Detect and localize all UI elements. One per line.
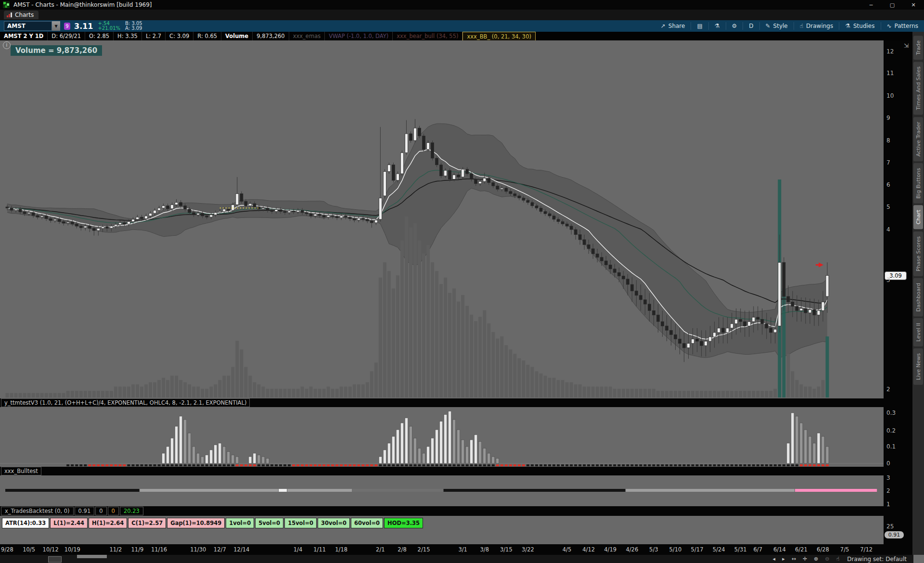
side-tab-trade[interactable]: Trade	[913, 36, 923, 60]
ttm-signal-dash	[557, 464, 560, 466]
ttm-signal-dash	[141, 464, 143, 466]
header-cell-1[interactable]: D: 6/29/21	[48, 32, 85, 40]
symbol-dropdown-button[interactable]: ▼	[52, 21, 60, 31]
ttm-signal-dash	[449, 464, 451, 466]
chart-scroll-handle[interactable]	[77, 555, 107, 558]
volume-bar	[491, 332, 495, 397]
header-cell-11[interactable]: xxx_bear_bull (34, 55)	[393, 32, 462, 40]
axis-resize-icon[interactable]: ⇲	[904, 42, 909, 49]
header-cell-5[interactable]: C: 3.09	[166, 32, 193, 40]
ttmtest-study-label[interactable]: y_ttmtestV3 (1.0, 21, (O+H+L+C)/4, EXPON…	[1, 398, 250, 407]
volume-bar	[648, 389, 651, 397]
ttm-histogram-bar	[804, 430, 807, 463]
volume-bar	[418, 241, 421, 397]
ttm-signal-dash	[600, 464, 603, 466]
side-tab-times-and-sales[interactable]: Times And Sales	[913, 62, 923, 115]
resize-grip[interactable]	[913, 555, 924, 563]
ttm-signal-dash	[309, 464, 312, 466]
status-icon-3[interactable]: ✛	[803, 556, 807, 562]
minimize-button[interactable]: ─	[860, 2, 882, 8]
toolbar-button-drawings[interactable]: ☝Drawings	[794, 22, 839, 30]
price-axis[interactable]: ⇲ 3.09 0.91 121110987654320.30.20.103212…	[884, 40, 912, 555]
header-cell-12[interactable]: xxx_BB_ (0, 21, 34, 30)	[462, 32, 535, 41]
last-price: 3.11	[74, 22, 93, 31]
candle	[626, 279, 629, 284]
volume-bar	[665, 391, 668, 397]
status-icon-6[interactable]: ☝	[836, 556, 840, 562]
ttm-histogram-bar	[466, 447, 469, 463]
date-tick: 3/22	[522, 546, 534, 553]
side-tab-big-buttons[interactable]: Big Buttons	[913, 163, 923, 204]
header-cell-4[interactable]: L: 2.7	[142, 32, 166, 40]
low-value-badge: 0.91	[885, 531, 904, 538]
volume-bar	[53, 393, 57, 397]
ttm-signal-dash	[696, 464, 699, 466]
side-tab-active-trader[interactable]: Active Trader	[913, 117, 923, 161]
ttm-signal-dash	[808, 464, 811, 466]
bulltest-study-label[interactable]: xxx_Bulltest	[1, 467, 41, 475]
toolbar-button-timeframe[interactable]: D	[743, 22, 759, 30]
side-tab-chart[interactable]: Chart	[913, 205, 923, 229]
candle	[396, 174, 399, 180]
ttm-signal-dash	[201, 464, 204, 466]
volume-bar	[71, 391, 74, 397]
candle	[205, 216, 208, 217]
minimized-window-button[interactable]	[48, 556, 62, 563]
toolbar-button-style[interactable]: ✎Style	[759, 22, 794, 30]
date-tick: 2/15	[418, 546, 430, 553]
toolbar-button-settings[interactable]: ⚙	[726, 22, 743, 30]
toolbar-button-news[interactable]: ▤	[691, 22, 708, 30]
side-tab-phase-scores[interactable]: Phase Scores	[913, 231, 923, 276]
ttm-signal-dash	[509, 464, 512, 466]
side-tab-dashboard[interactable]: Dashboard	[913, 278, 923, 317]
maximize-button[interactable]: ▢	[882, 2, 903, 8]
ttm-histogram-bar	[387, 443, 390, 463]
date-tick: 4/12	[582, 546, 595, 553]
corporate-actions-icon[interactable]: 9	[64, 23, 70, 30]
status-icon-4[interactable]: ⊕	[814, 556, 818, 562]
ttm-histogram-bar	[405, 418, 408, 464]
volume-bar	[734, 391, 738, 397]
header-cell-7[interactable]: Volume	[221, 32, 253, 40]
toolbar-button-studies[interactable]: ⚗Studies	[839, 22, 880, 30]
tab-charts[interactable]: Charts	[4, 11, 38, 19]
status-icon-1[interactable]: ▸	[782, 556, 785, 562]
ttm-signal-dash	[387, 464, 390, 466]
candle	[114, 225, 117, 226]
header-cell-9[interactable]: xxx_emas	[289, 32, 325, 40]
volume-bar	[708, 391, 712, 397]
ttm-signal-dash	[591, 464, 594, 466]
drawing-set-label[interactable]: Drawing set: Default	[847, 556, 907, 563]
side-tab-live-news[interactable]: Live News	[913, 348, 923, 385]
toolbar-button-patterns[interactable]: ∿Patterns	[881, 22, 924, 30]
tradesbacktest-cell-0[interactable]: x_TradesBacktest (0, 0)	[1, 507, 74, 515]
volume-bar	[613, 389, 616, 397]
header-cell-6[interactable]: R: 0.65	[193, 32, 221, 40]
info-icon[interactable]: i	[3, 41, 11, 49]
volume-bar	[253, 382, 256, 397]
time-axis[interactable]: 9/2810/510/1210/1911/211/911/1611/3012/7…	[0, 544, 912, 555]
candle	[401, 153, 404, 174]
volume-bar	[40, 393, 44, 397]
header-cell-3[interactable]: H: 3.35	[114, 32, 142, 40]
toolbar-button-flask[interactable]: ⚗	[708, 22, 726, 30]
header-cell-2[interactable]: O: 2.85	[85, 32, 114, 40]
header-cell-0[interactable]: AMST 2 Y 1D	[0, 32, 48, 40]
volume-bar	[327, 386, 330, 397]
candle	[813, 309, 816, 315]
status-icon-5[interactable]: ⊖	[825, 556, 829, 562]
ttm-signal-dash	[578, 464, 581, 466]
ttm-signal-dash	[679, 464, 681, 466]
close-button[interactable]: ✕	[903, 2, 924, 8]
status-icon-2[interactable]: ↔	[792, 556, 796, 562]
volume-bar	[275, 389, 278, 397]
candle	[531, 203, 534, 206]
symbol-input[interactable]: AMST	[4, 21, 52, 31]
header-cell-8[interactable]: 9,873,260	[253, 32, 289, 40]
header-cell-10[interactable]: VWAP (-1.0, 1.0, DAY)	[325, 32, 393, 40]
side-tab-level-ii[interactable]: Level II	[913, 318, 923, 346]
toolbar-button-share[interactable]: ↗Share	[655, 22, 691, 30]
status-icon-0[interactable]: ◂	[773, 556, 776, 562]
candle	[262, 208, 265, 209]
studies-icon: ⚗	[845, 23, 850, 29]
